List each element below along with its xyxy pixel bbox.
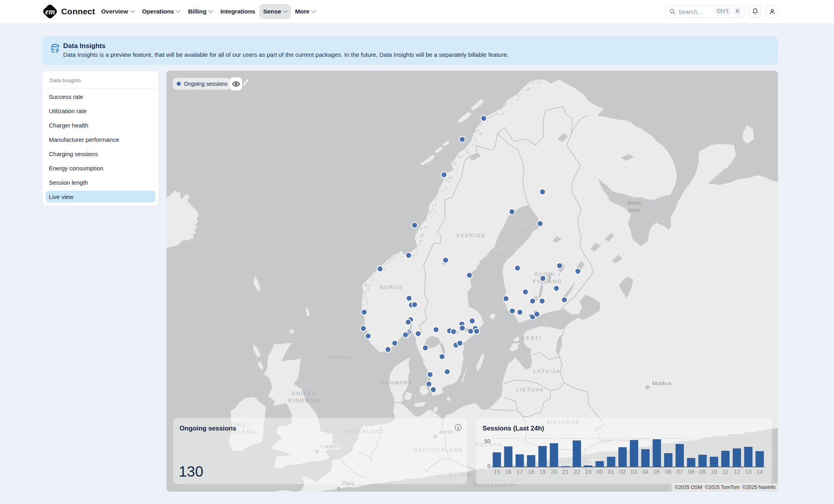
svg-text:20: 20 [551,469,557,475]
svg-text:KINGDOM: KINGDOM [288,398,320,404]
svg-text:EESTI: EESTI [522,335,542,341]
svg-text:08: 08 [688,469,694,475]
svg-text:0: 0 [487,463,490,469]
svg-text:15: 15 [494,469,500,475]
svg-text:North Sea: North Sea [328,355,352,360]
svg-text:Moskva: Moskva [652,380,671,386]
svg-text:23: 23 [585,469,591,475]
svg-text:06: 06 [665,469,672,475]
svg-text:13: 13 [745,469,751,475]
svg-text:22: 22 [573,469,580,475]
svg-text:Beloe: Beloe [627,200,641,206]
svg-text:10: 10 [711,469,717,475]
svg-text:LIETUVA: LIETUVA [516,387,544,393]
svg-text:03: 03 [631,469,637,475]
svg-text:02: 02 [620,469,626,475]
svg-text:00: 00 [597,469,603,475]
svg-text:16: 16 [505,469,512,475]
svg-text:NORGE: NORGE [380,284,403,290]
svg-text:14: 14 [757,469,763,475]
svg-text:LATVIJA: LATVIJA [533,368,560,374]
svg-text:ÍSLAND: ÍSLAND [166,221,167,227]
svg-text:SUOMI /: SUOMI / [534,271,561,277]
svg-text:UNITED: UNITED [292,390,317,396]
svg-text:01: 01 [608,469,614,475]
svg-text:18: 18 [528,469,534,475]
svg-text:more: more [628,207,641,213]
svg-text:07: 07 [676,469,683,475]
svg-text:DANMARK: DANMARK [380,380,413,386]
svg-text:19: 19 [539,469,546,475]
svg-text:em: em [45,7,55,16]
svg-text:04: 04 [642,469,649,475]
svg-text:50: 50 [484,438,490,444]
svg-text:FINLAND: FINLAND [533,278,562,284]
svg-text:SVERIGE: SVERIGE [456,232,486,238]
svg-text:17: 17 [517,469,523,475]
svg-text:09: 09 [699,469,706,475]
svg-text:21: 21 [562,469,569,475]
svg-text:12: 12 [734,469,740,475]
svg-text:11: 11 [722,469,728,475]
svg-text:05: 05 [654,469,660,475]
